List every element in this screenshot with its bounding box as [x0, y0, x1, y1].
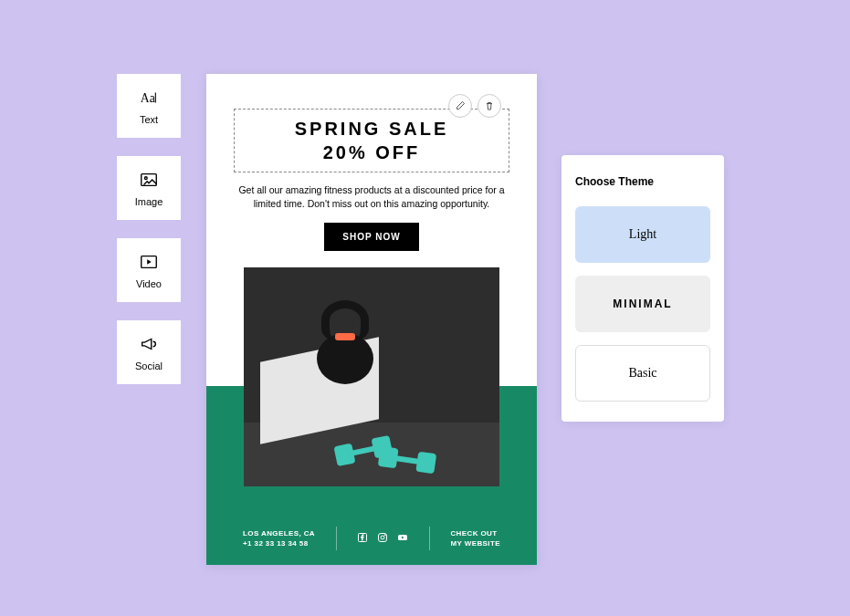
- email-heading: SPRING SALE 20% OFF: [262, 117, 481, 164]
- footer-divider: [336, 527, 337, 550]
- footer-phone: +1 32 33 13 34 58: [243, 539, 315, 548]
- footer-cta[interactable]: CHECK OUT MY WEBSITE: [450, 529, 500, 548]
- tool-label: Text: [140, 114, 158, 125]
- tool-sidebar: Aa Text Image Video: [117, 74, 181, 384]
- tool-image[interactable]: Image: [117, 156, 181, 220]
- email-footer: LOS ANGELES, CA +1 32 33 13 34 58 CHECK …: [243, 527, 500, 550]
- svg-point-7: [381, 536, 384, 539]
- edit-button[interactable]: [448, 94, 472, 118]
- theme-option-light[interactable]: Light: [575, 206, 710, 263]
- delete-button[interactable]: [477, 94, 501, 118]
- video-icon: [138, 251, 160, 273]
- heading-editable-block[interactable]: SPRING SALE 20% OFF: [234, 109, 509, 172]
- facebook-icon[interactable]: [357, 532, 368, 545]
- svg-text:Aa: Aa: [141, 91, 155, 105]
- svg-point-3: [144, 177, 147, 180]
- youtube-icon[interactable]: [397, 532, 408, 545]
- shop-now-button[interactable]: SHOP NOW: [324, 223, 418, 251]
- megaphone-icon: [138, 333, 160, 355]
- tool-label: Video: [136, 278, 162, 289]
- instagram-icon[interactable]: [377, 532, 388, 545]
- tool-label: Image: [135, 196, 163, 207]
- footer-divider: [429, 527, 430, 550]
- theme-option-basic[interactable]: Basic: [575, 345, 710, 402]
- tool-label: Social: [135, 360, 163, 371]
- email-subheading[interactable]: Get all our amazing fitness products at …: [234, 183, 509, 210]
- text-icon: Aa: [138, 87, 160, 109]
- footer-contact: LOS ANGELES, CA +1 32 33 13 34 58: [243, 529, 315, 548]
- footer-location: LOS ANGELES, CA: [243, 529, 315, 538]
- theme-option-minimal[interactable]: MINIMAL: [575, 276, 710, 332]
- footer-social-icons: [357, 532, 408, 545]
- tool-social[interactable]: Social: [117, 320, 181, 384]
- svg-point-8: [384, 535, 385, 536]
- block-controls: [448, 94, 501, 118]
- email-content: SPRING SALE 20% OFF Get all our amazing …: [206, 74, 537, 486]
- email-product-image[interactable]: [244, 267, 499, 486]
- email-preview: SPRING SALE 20% OFF Get all our amazing …: [206, 74, 537, 565]
- theme-panel-title: Choose Theme: [575, 175, 710, 188]
- image-icon: [138, 169, 160, 191]
- theme-panel: Choose Theme Light MINIMAL Basic: [561, 155, 724, 422]
- theme-options: Light MINIMAL Basic: [575, 206, 710, 402]
- tool-text[interactable]: Aa Text: [117, 74, 181, 138]
- tool-video[interactable]: Video: [117, 238, 181, 302]
